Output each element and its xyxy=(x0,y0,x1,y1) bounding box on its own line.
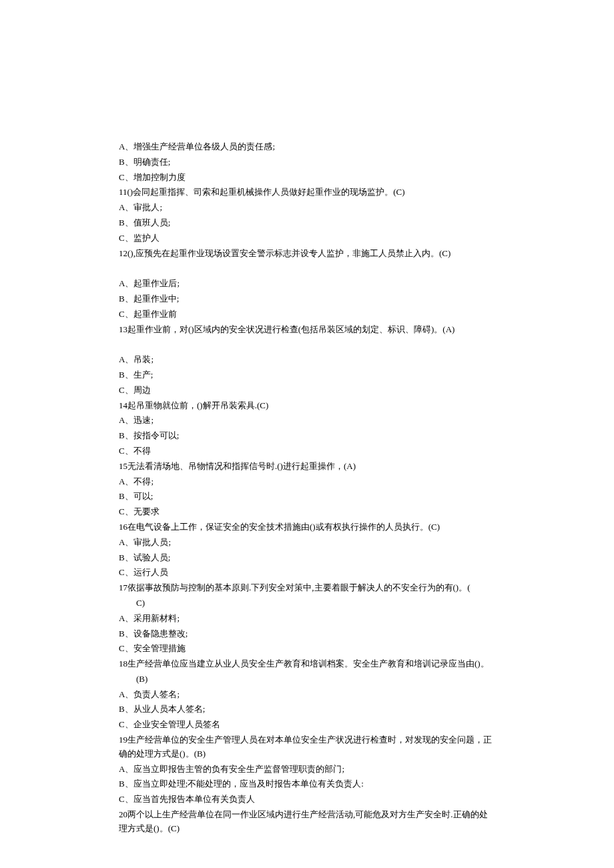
text-line: A、增强生产经营单位各级人员的责任感; xyxy=(119,140,495,154)
text-line: 15无法看清场地、吊物情况和指挥信号时.()进行起重操作，(A) xyxy=(119,460,495,474)
text-line: B、试验人员; xyxy=(119,551,495,565)
text-line xyxy=(119,338,495,352)
text-line: A、审批人员; xyxy=(119,536,495,550)
text-line: C、运行人员 xyxy=(119,566,495,580)
text-line: 19生产经营单位的安全生产管理人员在对本单位安全生产状况进行检查时，对发现的安全… xyxy=(119,733,495,761)
text-line: 13起重作业前，对()区域内的安全状况进行检查(包括吊装区域的划定、标识、障碍)… xyxy=(119,323,495,337)
text-line: B、按指令可以; xyxy=(119,429,495,443)
text-line: B、明确责任; xyxy=(119,155,495,169)
text-line: C、安全管理措施 xyxy=(119,642,495,656)
text-line: B、生产; xyxy=(119,368,495,382)
text-line: C、不得 xyxy=(119,444,495,458)
text-line: B、从业人员本人签名; xyxy=(119,703,495,717)
text-line: C、无要求 xyxy=(119,505,495,519)
text-line: 18生产经营单位应当建立从业人员安全生产教育和培训档案。安全生产教育和培训记录应… xyxy=(119,657,495,671)
text-line: C、周边 xyxy=(119,384,495,398)
text-line: A、起重作业后; xyxy=(119,277,495,291)
document-content: A、增强生产经营单位各级人员的责任感;B、明确责任;C、增加控制力度11()会同… xyxy=(119,140,495,836)
text-line: C) xyxy=(119,596,495,610)
text-line: C、应当首先报告本单位有关负责人 xyxy=(119,793,495,807)
text-line: 14起吊重物就位前，()解开吊装索具.(C) xyxy=(119,399,495,413)
text-line: B、应当立即处理;不能处理的，应当及时报告本单位有关负责人: xyxy=(119,777,495,791)
text-line: A、迅速; xyxy=(119,414,495,428)
text-line: 12(),应预先在起重作业现场设置安全警示标志并设专人监护，非施工人员禁止入内。… xyxy=(119,247,495,261)
text-line: C、增加控制力度 xyxy=(119,171,495,185)
text-line: C、起重作业前 xyxy=(119,308,495,322)
text-line: A、不得; xyxy=(119,475,495,489)
text-line: (B) xyxy=(119,673,495,687)
text-line: B、起重作业中; xyxy=(119,292,495,306)
text-line: C、企业安全管理人员签名 xyxy=(119,718,495,732)
text-line: 16在电气设备上工作，保证安全的安全技术措施由()或有权执行操作的人员执行。(C… xyxy=(119,520,495,534)
text-line: B、设备隐患整改; xyxy=(119,627,495,641)
text-line: B、值班人员; xyxy=(119,216,495,230)
text-line: C、监护人 xyxy=(119,232,495,246)
text-line xyxy=(119,262,495,276)
text-line: A、审批人; xyxy=(119,201,495,215)
text-line: B、可以; xyxy=(119,490,495,504)
text-line: A、负责人签名; xyxy=(119,688,495,702)
text-line: 17依据事故预防与控制的基本原则.下列安全对策中,主要着眼于解决人的不安全行为的… xyxy=(119,581,495,595)
text-line: A、应当立即报告主管的负有安全生产监督管理职责的部门; xyxy=(119,763,495,777)
text-line: A、采用新材料; xyxy=(119,612,495,626)
text-line: 20两个以上生产经营单位在同一作业区域内进行生产经营活动,可能危及对方生产安全时… xyxy=(119,808,495,836)
text-line: 11()会同起重指挥、司索和起重机械操作人员做好起重作业的现场监护。(C) xyxy=(119,185,495,199)
text-line: A、吊装; xyxy=(119,353,495,367)
